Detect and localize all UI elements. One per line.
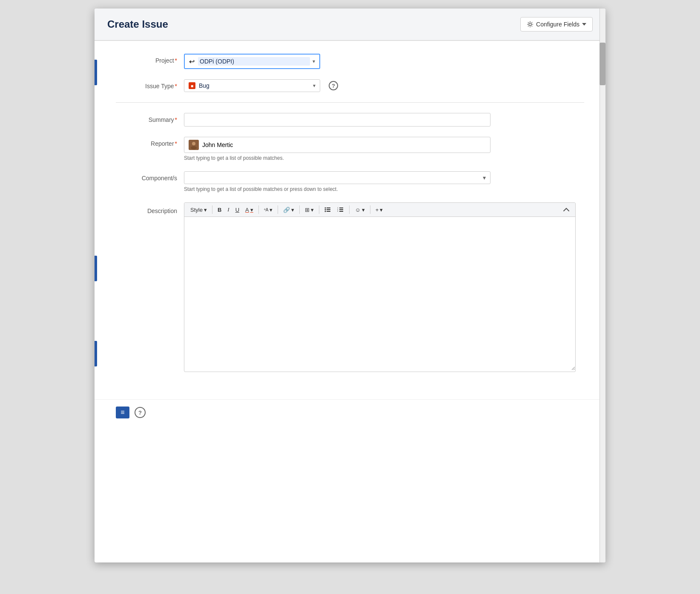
collapse-button[interactable] [561, 206, 572, 213]
issue-type-select[interactable]: Bug ▾ [184, 79, 320, 92]
emoji-arrow: ▾ [362, 207, 365, 213]
chevron-down-icon [582, 22, 586, 26]
underline-button[interactable]: U [233, 205, 242, 215]
font-size-arrow: ▾ [270, 207, 273, 213]
issue-type-control: Bug ▾ ? [184, 79, 584, 92]
style-dropdown-arrow: ▾ [204, 207, 207, 213]
reporter-label: Reporter* [116, 137, 184, 147]
table-button[interactable]: ⊞ ▾ [302, 205, 316, 215]
configure-fields-button[interactable]: Configure Fields [520, 17, 593, 32]
component-control: ▾ Start typing to get a list of possible… [184, 171, 584, 192]
description-toolbar: Style ▾ B I U [184, 203, 575, 217]
bold-button[interactable]: B [215, 205, 224, 215]
svg-point-6 [325, 211, 326, 212]
link-icon: 🔗 [283, 207, 290, 213]
insert-arrow: ▾ [380, 207, 383, 213]
issue-type-value: Bug [199, 82, 310, 89]
description-control: Style ▾ B I U [184, 202, 584, 372]
color-a-arrow: ▾ [250, 207, 253, 213]
numbered-list-icon: 1 2 3 [337, 207, 344, 213]
component-row: Component/s ▾ Start typing to get a list… [116, 171, 584, 192]
project-row: Project* ↩ ODPi (ODPI) ▾ [116, 54, 584, 69]
toolbar-sep-3 [278, 205, 278, 214]
component-dropdown-arrow: ▾ [483, 174, 486, 181]
table-icon: ⊞ [305, 207, 310, 213]
font-size-label: ᵃA [264, 208, 269, 212]
bug-icon [189, 82, 195, 89]
color-a-label: A [245, 207, 249, 213]
project-dropdown-arrow: ▾ [313, 58, 315, 64]
style-label: Style [190, 207, 203, 213]
description-label: Description [116, 202, 184, 214]
reporter-name: John Mertic [202, 141, 233, 148]
reporter-row: Reporter* John Mertic Start typing to ge… [116, 137, 584, 161]
issue-type-row: Issue Type* Bug ▾ ? [116, 79, 584, 92]
insert-icon: + [376, 207, 379, 213]
gear-icon [527, 21, 534, 28]
create-issue-dialog: Create Issue Configure Fields Project* ↩… [95, 9, 605, 562]
project-icon: ↩ [189, 58, 195, 66]
form-divider [116, 102, 584, 103]
component-hint: Start typing to get a list of possible m… [184, 186, 584, 192]
svg-point-5 [325, 209, 326, 210]
italic-button[interactable]: I [225, 205, 232, 215]
insert-button[interactable]: + ▾ [373, 205, 386, 215]
left-accent-bot [95, 341, 97, 366]
svg-rect-14 [339, 209, 343, 210]
reporter-avatar [189, 140, 199, 150]
description-textarea[interactable] [184, 217, 575, 370]
svg-rect-15 [339, 211, 343, 212]
bullet-list-button[interactable] [322, 205, 334, 214]
bullet-list-icon [324, 207, 331, 213]
scrollbar[interactable] [600, 9, 605, 562]
dialog-title: Create Issue [107, 18, 168, 30]
toolbar-sep-1 [212, 205, 212, 214]
issue-type-label: Issue Type* [116, 79, 184, 89]
svg-point-3 [191, 146, 197, 150]
toolbar-sep-2 [258, 205, 259, 214]
emoji-icon: ☺ [355, 207, 360, 213]
scrollbar-thumb[interactable] [600, 43, 605, 85]
toolbar-sep-7 [370, 205, 370, 214]
link-arrow: ▾ [291, 207, 294, 213]
style-dropdown-button[interactable]: Style ▾ [188, 205, 209, 215]
avatar-image [189, 140, 199, 150]
left-accent-top [95, 60, 97, 85]
font-size-button[interactable]: ᵃA ▾ [261, 205, 275, 215]
svg-rect-7 [327, 208, 330, 208]
svg-point-4 [325, 208, 326, 209]
text-color-button[interactable]: A ▾ [243, 205, 256, 215]
component-label: Component/s [116, 171, 184, 182]
component-select[interactable]: ▾ [184, 171, 491, 184]
summary-input[interactable] [184, 113, 491, 127]
doc-icon: ≡ [116, 407, 129, 418]
summary-control [184, 113, 584, 127]
left-accent-mid [95, 256, 97, 281]
numbered-list-button[interactable]: 1 2 3 [335, 205, 347, 214]
reporter-field[interactable]: John Mertic [184, 137, 491, 153]
toolbar-sep-5 [319, 205, 319, 214]
dialog-header: Create Issue Configure Fields [95, 9, 605, 41]
dialog-body: Project* ↩ ODPi (ODPI) ▾ Issue Type* Bug… [95, 41, 605, 399]
svg-text:3: 3 [337, 210, 339, 212]
toolbar-sep-4 [299, 205, 300, 214]
emoji-button[interactable]: ☺ ▾ [352, 205, 367, 215]
toolbar-sep-6 [349, 205, 350, 214]
link-button[interactable]: 🔗 ▾ [281, 205, 297, 215]
collapse-icon [563, 208, 569, 212]
description-row: Description Style ▾ B [116, 202, 584, 372]
dialog-footer: ≡ ? [95, 399, 605, 425]
footer-help-icon[interactable]: ? [135, 407, 146, 418]
svg-point-2 [192, 142, 195, 145]
svg-rect-9 [327, 211, 330, 212]
table-arrow: ▾ [311, 207, 314, 213]
summary-label: Summary* [116, 113, 184, 123]
project-value: ODPi (ODPI) [198, 57, 310, 66]
summary-row: Summary* [116, 113, 584, 127]
project-label: Project* [116, 54, 184, 64]
issue-type-help-icon[interactable]: ? [329, 81, 338, 90]
configure-fields-label: Configure Fields [536, 21, 580, 28]
description-editor-wrap: Style ▾ B I U [184, 202, 576, 372]
project-select[interactable]: ↩ ODPi (ODPI) ▾ [184, 54, 320, 69]
svg-rect-13 [339, 208, 343, 208]
